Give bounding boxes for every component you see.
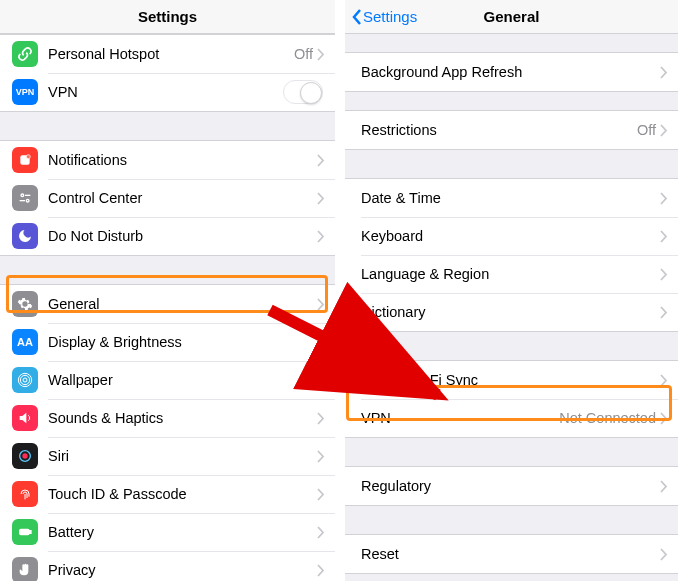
chevron-right-icon	[660, 412, 668, 425]
row-label: Touch ID & Passcode	[48, 486, 317, 502]
chevron-right-icon	[317, 48, 325, 61]
spacer	[345, 332, 678, 360]
hand-icon	[12, 557, 38, 581]
vpn-toggle[interactable]	[283, 80, 323, 104]
chevron-right-icon	[317, 488, 325, 501]
row-label: VPN	[48, 84, 283, 100]
chevron-right-icon	[317, 154, 325, 167]
row-dictionary[interactable]: Dictionary	[345, 293, 678, 331]
svg-point-1	[26, 155, 30, 159]
row-sounds-haptics[interactable]: Sounds & Haptics	[0, 399, 335, 437]
row-label: Language & Region	[361, 266, 660, 282]
svg-rect-11	[20, 529, 29, 534]
row-label: Sounds & Haptics	[48, 410, 317, 426]
row-label: Personal Hotspot	[48, 46, 294, 62]
chevron-right-icon	[660, 230, 668, 243]
chevron-right-icon	[660, 306, 668, 319]
row-label: Reset	[361, 546, 660, 562]
wallpaper-icon	[12, 367, 38, 393]
row-label: Dictionary	[361, 304, 660, 320]
svg-point-2	[21, 194, 24, 197]
spacer	[345, 438, 678, 466]
row-display-brightness[interactable]: AA Display & Brightness	[0, 323, 335, 361]
row-vpn-general[interactable]: VPN Not Connected	[345, 399, 678, 437]
row-label: Regulatory	[361, 478, 660, 494]
chevron-right-icon	[317, 564, 325, 577]
spacer	[345, 150, 678, 178]
row-vpn[interactable]: VPN VPN	[0, 73, 335, 111]
row-label: Siri	[48, 448, 317, 464]
chevron-right-icon	[317, 192, 325, 205]
back-label: Settings	[363, 8, 417, 25]
spacer	[0, 256, 335, 284]
control-center-icon	[12, 185, 38, 211]
general-header: Settings General	[345, 0, 678, 34]
chevron-right-icon	[317, 374, 325, 387]
sounds-icon	[12, 405, 38, 431]
notifications-icon	[12, 147, 38, 173]
group-connectivity: Personal Hotspot Off VPN VPN	[0, 34, 335, 112]
link-icon	[12, 41, 38, 67]
svg-point-6	[23, 378, 27, 382]
chevron-right-icon	[317, 450, 325, 463]
row-touch-id[interactable]: Touch ID & Passcode	[0, 475, 335, 513]
row-battery[interactable]: Battery	[0, 513, 335, 551]
row-value: Off	[294, 46, 313, 62]
display-icon: AA	[12, 329, 38, 355]
spacer	[345, 92, 678, 110]
row-value: Not Connected	[559, 410, 656, 426]
row-control-center[interactable]: Control Center	[0, 179, 335, 217]
row-label: Do Not Disturb	[48, 228, 317, 244]
row-label: General	[48, 296, 317, 312]
row-do-not-disturb[interactable]: Do Not Disturb	[0, 217, 335, 255]
row-label: Date & Time	[361, 190, 660, 206]
row-background-app-refresh[interactable]: Background App Refresh	[345, 53, 678, 91]
vpn-icon: VPN	[12, 79, 38, 105]
chevron-right-icon	[317, 230, 325, 243]
chevron-right-icon	[660, 548, 668, 561]
back-button[interactable]: Settings	[351, 8, 417, 26]
row-label: Wallpaper	[48, 372, 317, 388]
chevron-right-icon	[660, 480, 668, 493]
row-value: Off	[637, 122, 656, 138]
row-keyboard[interactable]: Keyboard	[345, 217, 678, 255]
group-device: General AA Display & Brightness Wallpape…	[0, 284, 335, 581]
row-language-region[interactable]: Language & Region	[345, 255, 678, 293]
moon-icon	[12, 223, 38, 249]
row-restrictions[interactable]: Restrictions Off	[345, 111, 678, 149]
row-wallpaper[interactable]: Wallpaper	[0, 361, 335, 399]
group-locale: Date & Time Keyboard Language & Region D…	[345, 178, 678, 332]
row-personal-hotspot[interactable]: Personal Hotspot Off	[0, 35, 335, 73]
row-general[interactable]: General	[0, 285, 335, 323]
row-siri[interactable]: Siri	[0, 437, 335, 475]
row-reset[interactable]: Reset	[345, 535, 678, 573]
row-label: iTunes Wi-Fi Sync	[361, 372, 660, 388]
row-itunes-wifi-sync[interactable]: iTunes Wi-Fi Sync	[345, 361, 678, 399]
row-privacy[interactable]: Privacy	[0, 551, 335, 581]
chevron-right-icon	[317, 336, 325, 349]
row-notifications[interactable]: Notifications	[0, 141, 335, 179]
battery-icon	[12, 519, 38, 545]
row-label: Notifications	[48, 152, 317, 168]
group-bg-refresh: Background App Refresh	[345, 52, 678, 92]
spacer	[345, 506, 678, 534]
chevron-right-icon	[660, 66, 668, 79]
group-sync-vpn: iTunes Wi-Fi Sync VPN Not Connected	[345, 360, 678, 438]
row-label: Privacy	[48, 562, 317, 578]
row-regulatory[interactable]: Regulatory	[345, 467, 678, 505]
settings-title: Settings	[0, 8, 335, 25]
group-restrictions: Restrictions Off	[345, 110, 678, 150]
chevron-right-icon	[660, 374, 668, 387]
chevron-right-icon	[660, 124, 668, 137]
row-date-time[interactable]: Date & Time	[345, 179, 678, 217]
row-label: Restrictions	[361, 122, 637, 138]
row-label: VPN	[361, 410, 559, 426]
svg-rect-12	[30, 531, 31, 534]
row-label: Keyboard	[361, 228, 660, 244]
row-label: Background App Refresh	[361, 64, 660, 80]
svg-point-7	[20, 375, 29, 384]
row-label: Battery	[48, 524, 317, 540]
chevron-right-icon	[317, 412, 325, 425]
chevron-right-icon	[317, 526, 325, 539]
fingerprint-icon	[12, 481, 38, 507]
